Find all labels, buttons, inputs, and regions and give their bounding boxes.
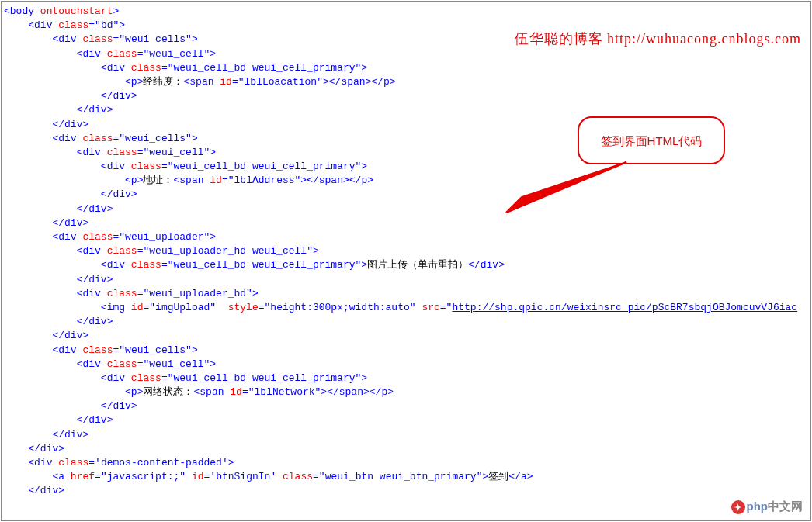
code-line: </div> xyxy=(3,103,809,117)
code-line: <div class="weui_uploader_hd weui_cell"> xyxy=(3,244,809,258)
code-line: <p>经纬度：<span id="lblLoacation"></span></… xyxy=(3,75,809,89)
site-brand-watermark: ✦php中文网 xyxy=(731,498,803,514)
text-cursor xyxy=(113,316,113,327)
code-line: <div class='demos-content-padded'> xyxy=(3,456,809,470)
callout-text: 签到界面HTML代码 xyxy=(601,133,703,149)
blog-watermark: 伍华聪的博客 http://wuhuacong.cnblogs.com xyxy=(515,29,801,49)
code-snippet-box: <body ontouchstart> <div class="bd"> <di… xyxy=(1,1,811,521)
brand-dot-icon: ✦ xyxy=(731,500,745,514)
code-line: <a href="javascript:;" id='btnSignIn' cl… xyxy=(3,470,809,484)
code-line: <div class="weui_cell_bd weui_cell_prima… xyxy=(3,372,809,385)
code-line: <p>网络状态：<span id="lblNetwork"></span></p… xyxy=(3,385,809,399)
code-line: <div class="weui_cell_bd weui_cell_prima… xyxy=(3,258,809,272)
callout-bubble: 签到界面HTML代码 xyxy=(578,116,725,164)
code-line: <div class="weui_cell"> xyxy=(3,47,809,61)
code-line: </div> xyxy=(3,216,809,230)
code-line: </div> xyxy=(3,89,809,103)
code-line: </div> xyxy=(3,413,809,427)
code-line: </div> xyxy=(3,484,809,498)
code-line: <img id="imgUpload" style="height:300px;… xyxy=(3,301,809,315)
code-line: </div> xyxy=(3,273,809,287)
brand-cn: 中文网 xyxy=(768,500,803,513)
brand-php: php xyxy=(747,500,769,513)
code-line: <div class="weui_cells"> xyxy=(3,344,809,358)
code-line: </div> xyxy=(3,188,809,202)
code-line: </div> xyxy=(3,442,809,456)
code-line: </div> xyxy=(3,329,809,343)
code-line: <div class="weui_uploader_bd"> xyxy=(3,287,809,301)
code-line: <div class="weui_cell_bd weui_cell_prima… xyxy=(3,61,809,75)
code-line: <div class="weui_uploader"> xyxy=(3,230,809,244)
code-line: </div> xyxy=(3,399,809,413)
code-line: <body ontouchstart> xyxy=(3,5,809,19)
code-line: <p>地址：<span id="lblAddress"></span></p> xyxy=(3,174,809,188)
code-line: </div> xyxy=(3,202,809,216)
code-line: </div> xyxy=(3,428,809,442)
code-line-active: </div> xyxy=(3,315,809,329)
code-line: <div class="weui_cell"> xyxy=(3,358,809,372)
